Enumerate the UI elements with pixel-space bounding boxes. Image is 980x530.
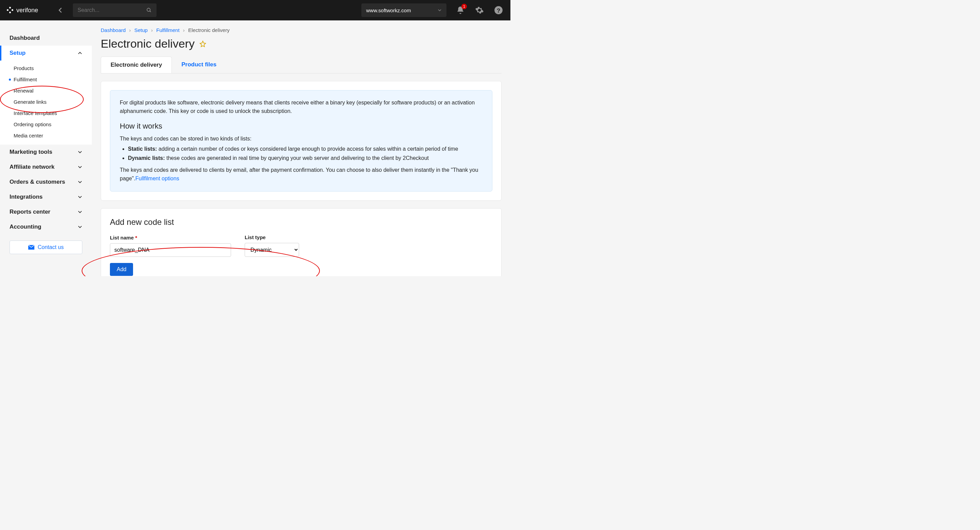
info-how-title: How it works — [120, 121, 482, 132]
svg-text:?: ? — [497, 7, 501, 14]
mail-icon — [28, 245, 34, 250]
fulfilment-options-link[interactable]: Fullfilment options — [135, 176, 179, 181]
list-name-field: List name * — [110, 235, 231, 257]
domain-selector[interactable]: www.softworkz.com — [361, 3, 447, 17]
sidebar-item-ordering-options[interactable]: Ordering options — [0, 119, 92, 130]
sidebar-item-integrations[interactable]: Integrations — [0, 189, 92, 205]
collapse-icon[interactable] — [57, 7, 64, 14]
settings-button[interactable] — [474, 5, 485, 15]
topbar: verifone www.softworkz.com 1 ? — [0, 0, 511, 21]
breadcrumb-current: Electronic delivery — [188, 27, 230, 33]
add-code-list-panel: Add new code list List name * List type … — [101, 208, 501, 276]
brand-logo[interactable]: verifone — [7, 7, 38, 14]
search-icon — [146, 8, 152, 13]
logo-mark — [7, 7, 14, 14]
list-type-label: List type — [245, 234, 299, 240]
domain-value: www.softworkz.com — [366, 8, 411, 13]
info-delivery: The keys and codes are delivered to clie… — [120, 166, 482, 183]
sidebar-item-products[interactable]: Products — [0, 63, 92, 74]
chevron-down-icon — [78, 209, 82, 214]
svg-point-0 — [147, 8, 150, 11]
favorite-star-icon[interactable] — [199, 40, 206, 47]
sidebar-item-affiliate[interactable]: Affiliate network — [0, 160, 92, 175]
notification-badge: 1 — [461, 4, 467, 9]
sidebar-item-dashboard[interactable]: Dashboard — [0, 31, 92, 46]
tab-electronic-delivery[interactable]: Electronic delivery — [101, 57, 172, 73]
list-type-select[interactable]: Dynamic — [245, 243, 299, 257]
brand-name: verifone — [16, 7, 38, 14]
sidebar-label: Dashboard — [10, 35, 40, 41]
breadcrumb-dashboard[interactable]: Dashboard — [101, 27, 126, 33]
form-title: Add new code list — [110, 217, 492, 227]
info-panel: For digital products like software, elec… — [101, 81, 501, 201]
info-dynamic-item: Dynamic lists: these codes are generated… — [128, 154, 482, 163]
list-name-input[interactable] — [110, 243, 231, 257]
sidebar-item-interface-templates[interactable]: Interface templates — [0, 108, 92, 119]
add-button[interactable]: Add — [110, 263, 133, 276]
info-lists-intro: The keys and codes can be stored in two … — [120, 135, 482, 143]
breadcrumb-fulfillment[interactable]: Fulfillment — [156, 27, 179, 33]
tab-product-files[interactable]: Product files — [172, 57, 226, 73]
help-icon: ? — [494, 6, 503, 14]
chevron-down-icon — [78, 150, 82, 154]
sidebar-item-generate-links[interactable]: Generate links — [0, 96, 92, 108]
sidebar-label: Setup — [10, 50, 25, 57]
info-intro: For digital products like software, elec… — [120, 98, 482, 116]
breadcrumb: Dashboard › Setup › Fulfillment › Electr… — [101, 27, 501, 33]
page-title: Electronic delivery — [101, 37, 195, 50]
notifications-button[interactable]: 1 — [455, 5, 466, 15]
chevron-down-icon — [78, 225, 82, 229]
info-static-item: Static lists: adding a certain number of… — [128, 145, 482, 154]
gear-icon — [475, 6, 484, 14]
sidebar-item-media-center[interactable]: Media center — [0, 130, 92, 141]
chevron-down-icon — [78, 195, 82, 199]
sidebar-item-orders[interactable]: Orders & customers — [0, 175, 92, 189]
sidebar-item-setup[interactable]: Setup — [0, 46, 92, 60]
breadcrumb-setup[interactable]: Setup — [134, 27, 148, 33]
contact-us-button[interactable]: Contact us — [10, 241, 82, 254]
sidebar-item-renewal[interactable]: Renewal — [0, 85, 92, 96]
chevron-down-icon — [78, 165, 82, 170]
tabs: Electronic delivery Product files — [101, 57, 501, 73]
help-button[interactable]: ? — [493, 5, 504, 15]
search-box[interactable] — [73, 3, 156, 17]
sidebar-item-reports[interactable]: Reports center — [0, 205, 92, 219]
info-box: For digital products like software, elec… — [110, 90, 492, 192]
sidebar-item-fulfillment[interactable]: Fulfillment — [0, 74, 92, 85]
sidebar-item-marketing[interactable]: Marketing tools — [0, 144, 92, 160]
sidebar: Dashboard Setup Products Fulfillment Ren… — [0, 21, 92, 276]
list-type-field: List type Dynamic — [245, 234, 299, 257]
search-input[interactable] — [78, 7, 146, 13]
chevron-down-icon — [78, 179, 82, 184]
main-content: Dashboard › Setup › Fulfillment › Electr… — [92, 21, 511, 276]
sidebar-item-accounting[interactable]: Accounting — [0, 219, 92, 234]
setup-submenu: Products Fulfillment Renewal Generate li… — [0, 60, 92, 144]
list-name-label: List name * — [110, 235, 231, 241]
chevron-up-icon — [78, 51, 82, 56]
chevron-down-icon — [438, 8, 442, 12]
